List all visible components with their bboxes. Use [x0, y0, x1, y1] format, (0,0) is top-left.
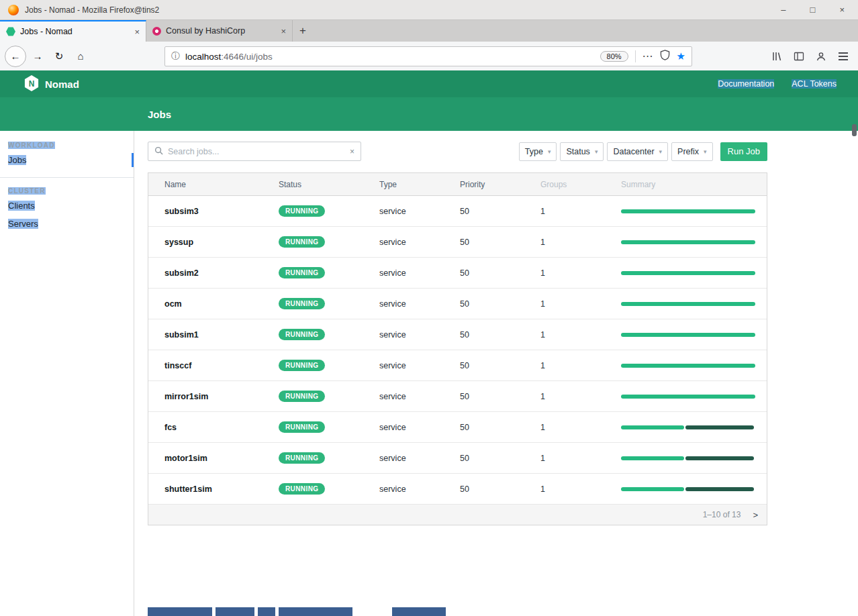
sidebar-toggle-icon[interactable]: [788, 46, 809, 66]
summary-bar-segment: [685, 456, 754, 460]
nomad-header: N Nomad Documentation ACL Tokens: [0, 70, 858, 97]
clear-search-icon[interactable]: ×: [350, 147, 354, 156]
summary-bar: [621, 209, 755, 213]
account-icon[interactable]: [810, 46, 831, 66]
reload-button[interactable]: ↻: [49, 46, 69, 66]
job-priority: 50: [444, 361, 524, 370]
job-row-ocm[interactable]: ocmRUNNINGservice501: [148, 289, 767, 319]
tab-jobs-nomad[interactable]: Jobs - Nomad×: [0, 20, 146, 42]
filter-label: Status: [566, 147, 589, 156]
run-job-button[interactable]: Run Job: [720, 142, 767, 161]
summary-bar: [621, 456, 755, 460]
next-page-button[interactable]: >: [753, 510, 758, 520]
job-row-shutter1sim[interactable]: shutter1simRUNNINGservice501: [148, 474, 767, 505]
job-row-syssup[interactable]: syssupRUNNINGservice501: [148, 227, 767, 258]
hamburger-menu-icon[interactable]: [832, 46, 853, 66]
page-subnav: Jobs: [0, 97, 858, 131]
filter-datacenter-dropdown[interactable]: Datacenter▾: [607, 142, 668, 161]
sidebar-item-clients[interactable]: Clients: [0, 197, 134, 215]
tab-title: Jobs - Nomad: [20, 27, 73, 36]
jobs-table: NameStatusTypePriorityGroupsSummary subs…: [148, 172, 767, 525]
job-row-fcs[interactable]: fcsRUNNINGservice501: [148, 412, 767, 443]
filter-type-dropdown[interactable]: Type▾: [519, 142, 557, 161]
search-box[interactable]: ×: [148, 142, 361, 161]
summary-bar: [621, 487, 755, 491]
summary-bar-segment: [685, 487, 754, 491]
bookmark-star-icon[interactable]: ★: [677, 50, 685, 62]
consul-favicon-icon: [152, 27, 161, 36]
chevron-down-icon: ▾: [548, 148, 551, 155]
url-bar[interactable]: ⓘ localhost:4646/ui/jobs 80% ⋯ ★: [164, 46, 692, 66]
tab-consul-by-hashicorp[interactable]: Consul by HashiCorp×: [146, 20, 293, 42]
job-row-subsim2[interactable]: subsim2RUNNINGservice501: [148, 258, 767, 289]
status-badge: RUNNING: [279, 421, 325, 433]
forward-button[interactable]: →: [28, 46, 48, 66]
status-badge: RUNNING: [279, 360, 325, 371]
job-type: service: [363, 299, 444, 309]
back-button[interactable]: ←: [5, 46, 26, 67]
status-badge: RUNNING: [279, 236, 325, 248]
job-priority: 50: [444, 299, 524, 309]
search-input[interactable]: [168, 147, 345, 156]
job-status: RUNNING: [263, 329, 363, 340]
sidebar-section-heading-workload: WORKLOAD: [8, 142, 126, 149]
sidebar-divider: [0, 177, 134, 178]
job-summary: [605, 456, 767, 460]
maximize-button[interactable]: □: [810, 5, 816, 15]
job-groups: 1: [524, 484, 605, 494]
job-groups: 1: [524, 330, 605, 340]
job-name: motor1sim: [148, 454, 263, 463]
selected-text-fragment: [279, 607, 352, 616]
job-status: RUNNING: [263, 483, 363, 495]
scrollbar-thumb[interactable]: [852, 124, 857, 136]
column-header-type[interactable]: Type: [363, 180, 444, 189]
close-button[interactable]: ×: [839, 5, 845, 15]
shield-icon[interactable]: [660, 50, 670, 63]
job-row-mirror1sim[interactable]: mirror1simRUNNINGservice501: [148, 381, 767, 412]
job-row-motor1sim[interactable]: motor1simRUNNINGservice501: [148, 443, 767, 474]
selected-text-fragment: [148, 607, 212, 616]
tab-bar: Jobs - Nomad×Consul by HashiCorp× +: [0, 20, 858, 42]
job-name: subsim1: [148, 330, 263, 340]
job-type: service: [363, 207, 444, 216]
tab-close-icon[interactable]: ×: [281, 26, 286, 36]
job-type: service: [363, 238, 444, 247]
page-title: Jobs: [148, 109, 171, 120]
job-row-subsim1[interactable]: subsim1RUNNINGservice501: [148, 319, 767, 350]
summary-bar: [621, 271, 755, 275]
sidebar-item-jobs[interactable]: Jobs: [0, 151, 134, 169]
summary-bar-segment: [621, 456, 684, 460]
site-info-icon[interactable]: ⓘ: [171, 50, 180, 62]
column-header-name[interactable]: Name: [148, 180, 263, 189]
chevron-down-icon: ▾: [595, 148, 598, 155]
page-actions-icon[interactable]: ⋯: [642, 50, 653, 62]
job-groups: 1: [524, 238, 605, 247]
selected-footer-text: [148, 607, 446, 616]
documentation-link[interactable]: Documentation: [718, 79, 774, 89]
job-groups: 1: [524, 299, 605, 309]
filter-status-dropdown[interactable]: Status▾: [560, 142, 604, 161]
job-row-tinsccf[interactable]: tinsccfRUNNINGservice501: [148, 350, 767, 381]
column-header-priority[interactable]: Priority: [444, 180, 524, 189]
job-summary: [605, 209, 767, 213]
job-priority: 50: [444, 392, 524, 401]
summary-bar-segment: [621, 395, 755, 399]
minimize-button[interactable]: –: [781, 5, 785, 15]
home-button[interactable]: ⌂: [70, 46, 91, 66]
column-header-status[interactable]: Status: [263, 180, 363, 189]
summary-bar-segment: [621, 487, 684, 491]
library-icon[interactable]: [766, 46, 787, 66]
filter-prefix-dropdown[interactable]: Prefix▾: [671, 142, 712, 161]
tab-close-icon[interactable]: ×: [134, 27, 140, 37]
new-tab-button[interactable]: +: [293, 20, 313, 42]
table-pagination: 1–10 of 13 >: [148, 505, 767, 525]
sidebar-item-servers[interactable]: Servers: [0, 215, 134, 233]
browser-window: Jobs - Nomad - Mozilla Firefox@tins2 – □…: [0, 0, 858, 616]
acl-tokens-link[interactable]: ACL Tokens: [792, 79, 837, 89]
zoom-level-button[interactable]: 80%: [600, 51, 628, 62]
browser-viewport: N Nomad Documentation ACL Tokens Jobs WO…: [0, 70, 858, 616]
window-titlebar[interactable]: Jobs - Nomad - Mozilla Firefox@tins2 – □…: [0, 0, 858, 20]
job-row-subsim3[interactable]: subsim3RUNNINGservice501: [148, 196, 767, 227]
job-priority: 50: [444, 238, 524, 247]
nomad-logo-link[interactable]: N Nomad: [24, 75, 79, 93]
